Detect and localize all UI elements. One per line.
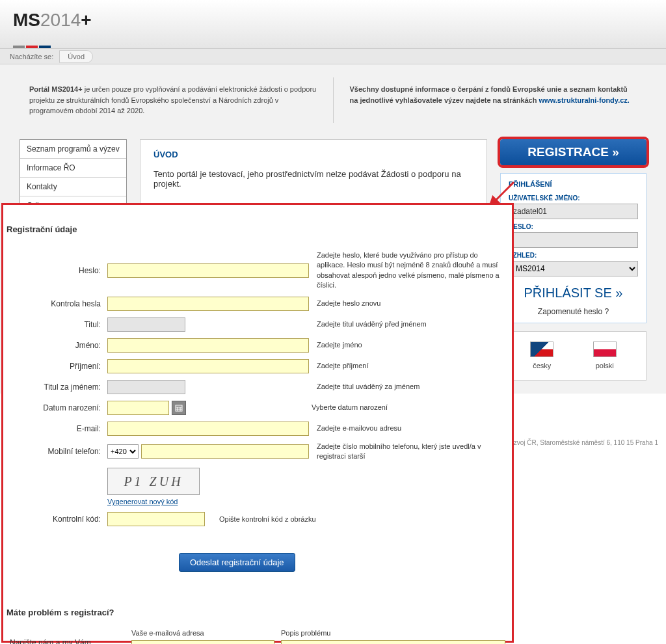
- titul-za-hint: Zadejte titul uváděný za jménem: [317, 382, 505, 392]
- info-right: Všechny dostupné informace o čerpání z f…: [340, 77, 647, 123]
- lang-polish[interactable]: polski: [593, 342, 617, 370]
- prijmeni-input[interactable]: [107, 359, 309, 373]
- logo-year: 2014: [40, 10, 81, 30]
- lang-cz-label: česky: [533, 362, 551, 369]
- logo-plus: +: [81, 10, 91, 30]
- skin-select[interactable]: MS2014: [509, 261, 638, 276]
- info-right-link[interactable]: www.strukturalni-fondy.cz.: [539, 96, 630, 104]
- titul-label: Titul:: [10, 320, 107, 329]
- sidebar-item-info-ro[interactable]: Informace ŘO: [20, 159, 126, 178]
- info-strip: Portál MS2014+ je určen pouze pro vyplňo…: [0, 64, 666, 133]
- login-submit-button[interactable]: PŘIHLÁSIT SE »: [509, 286, 638, 301]
- right-column: REGISTRACE » PŘIHLÁŠENÍ UŽIVATELSKÉ JMÉN…: [500, 139, 646, 381]
- app-header: MS2014+: [0, 0, 666, 49]
- prijmeni-hint: Zadejte příjmení: [317, 361, 505, 371]
- content-title: ÚVOD: [153, 150, 473, 159]
- password-input[interactable]: [509, 232, 638, 248]
- flag-cz-icon: [530, 342, 553, 357]
- lang-czech[interactable]: česky: [530, 342, 553, 370]
- titul-input[interactable]: [107, 317, 185, 332]
- prijmeni-label: Příjmení:: [10, 362, 107, 371]
- heslo-input[interactable]: [107, 263, 309, 278]
- titul-hint: Zadejte titul uváděný před jménem: [317, 319, 505, 329]
- info-left-bold: Portál MS2014+: [29, 85, 83, 93]
- heslo-label: Heslo:: [10, 266, 107, 275]
- sidebar-item-programs[interactable]: Seznam programů a výzev: [20, 140, 126, 159]
- app-logo: MS2014+: [13, 10, 653, 53]
- username-input[interactable]: [509, 204, 638, 219]
- info-divider: [333, 77, 334, 123]
- kontrola-label: Kontrola hesla: [10, 299, 107, 308]
- jmeno-input[interactable]: [107, 338, 309, 353]
- breadcrumb-item[interactable]: Úvod: [59, 50, 93, 63]
- jmeno-label: Jméno:: [10, 341, 107, 350]
- breadcrumb: Nacházíte se: Úvod: [0, 49, 666, 64]
- forgot-password-link[interactable]: Zapomenuté heslo ?: [509, 307, 638, 316]
- password-label: HESLO:: [509, 223, 638, 230]
- language-panel: česky polski: [500, 331, 646, 381]
- registration-button[interactable]: REGISTRACE »: [500, 139, 646, 165]
- jmeno-hint: Zadejte jméno: [317, 340, 505, 350]
- registration-title: Registrační údaje: [7, 224, 505, 234]
- lang-pl-label: polski: [596, 362, 614, 369]
- heslo-hint: Zadejte heslo, které bude využíváno pro …: [317, 250, 505, 291]
- kontrola-hint: Zadejte heslo znovu: [317, 299, 505, 308]
- titul-za-label: Titul za jménem:: [10, 382, 107, 392]
- registration-form: Registrační údaje Heslo: Zadejte heslo, …: [1, 203, 514, 394]
- login-title: PŘIHLÁŠENÍ: [509, 180, 638, 188]
- titul-za-input[interactable]: [107, 380, 185, 394]
- kontrola-input[interactable]: [107, 297, 309, 311]
- content-text: Tento portál je testovací, jeho prostřed…: [153, 169, 473, 189]
- info-left: Portál MS2014+ je určen pouze pro vyplňo…: [20, 77, 326, 123]
- breadcrumb-label: Nacházíte se:: [10, 53, 53, 60]
- login-panel: PŘIHLÁŠENÍ UŽIVATELSKÉ JMÉNO: HESLO: VZH…: [500, 173, 646, 323]
- skin-label: VZHLED:: [509, 252, 638, 259]
- username-label: UŽIVATELSKÉ JMÉNO:: [509, 195, 638, 202]
- logo-ms: MS: [13, 10, 40, 30]
- sidebar-item-contacts[interactable]: Kontakty: [20, 178, 126, 196]
- flag-pl-icon: [593, 342, 617, 357]
